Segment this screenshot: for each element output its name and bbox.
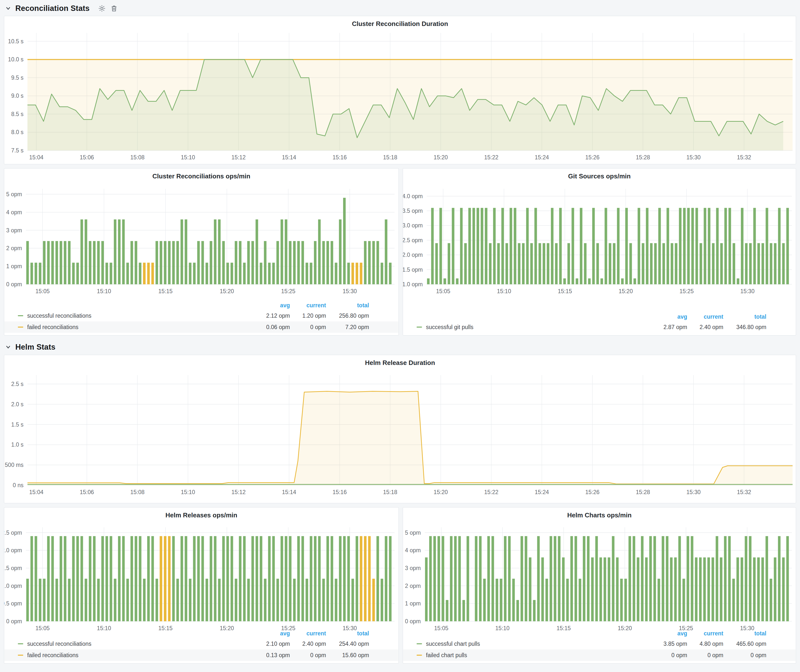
legend-stat-value: 1.20 opm <box>290 312 326 319</box>
legend-series-row[interactable]: failed reconciliations0.13 opm0 opm15.60… <box>5 650 398 661</box>
legend-series-row[interactable]: failed reconciliations0.06 opm0 opm7.20 … <box>5 322 398 333</box>
legend-cluster-reconciliations: avgcurrenttotalsuccessful reconciliation… <box>5 301 398 333</box>
panel-title[interactable]: Cluster Reconciliations ops/min <box>4 173 398 180</box>
chart-canvas-cluster-reconciliation-duration[interactable]: 15:0415:0615:0815:1015:1215:1415:1615:18… <box>4 16 796 164</box>
legend-stat-value: 4.80 opm <box>687 641 723 647</box>
legend-series-name[interactable]: failed chart pulls <box>417 652 648 659</box>
legend-series-row[interactable]: successful git pulls2.87 opm2.40 opm346.… <box>403 322 795 333</box>
legend-sort-total[interactable]: total <box>326 630 369 637</box>
y-tick-label: 4.0 opm <box>403 193 423 199</box>
y-tick-label: 10.0 s <box>8 56 24 62</box>
series-color-dash-icon <box>417 326 422 328</box>
legend-series-name[interactable]: successful reconciliations <box>18 641 250 647</box>
y-tick-label: 2.0 opm <box>4 547 22 554</box>
legend-series-name[interactable]: failed reconciliations <box>18 324 250 331</box>
x-tick-label: 15:10 <box>497 288 511 294</box>
plot-area[interactable] <box>26 527 395 621</box>
x-tick-label: 15:25 <box>680 288 694 294</box>
y-tick-label: 2.5 s <box>11 381 24 387</box>
y-tick-label: 8.0 s <box>11 129 24 135</box>
x-tick-label: 15:08 <box>130 489 145 495</box>
legend-sort-avg[interactable]: avg <box>648 314 687 320</box>
legend-stat-value: 0 opm <box>648 652 687 659</box>
legend-header: avgcurrenttotal <box>403 312 795 322</box>
series-color-dash-icon <box>18 643 23 644</box>
panel-title[interactable]: Git Sources ops/min <box>403 173 796 180</box>
chart-canvas-git-sources[interactable]: 15:0515:1015:1515:2015:2515:301.0 opm1.5… <box>403 168 796 335</box>
legend-stat-value: 0.06 opm <box>250 324 290 331</box>
x-tick-label: 15:28 <box>636 489 650 495</box>
legend-series-name[interactable]: failed reconciliations <box>18 652 250 659</box>
x-tick-label: 15:06 <box>80 154 94 161</box>
y-tick-label: 7.5 s <box>11 147 24 154</box>
panel-title[interactable]: Helm Releases ops/min <box>4 511 398 519</box>
panel-title[interactable]: Helm Charts ops/min <box>403 511 796 519</box>
legend-git-sources: avgcurrenttotalsuccessful git pulls2.87 … <box>403 312 795 333</box>
section-title: Helm Stats <box>15 343 55 352</box>
legend-header: avgcurrenttotal <box>5 629 398 638</box>
plot-area[interactable] <box>26 189 395 284</box>
series-color-dash-icon <box>417 655 422 656</box>
x-tick-label: 15:05 <box>436 288 450 294</box>
plot-area[interactable] <box>27 33 793 150</box>
section-header-helm-stats[interactable]: Helm Stats <box>0 336 800 355</box>
panel-title[interactable]: Helm Release Duration <box>4 359 796 367</box>
legend-series-name[interactable]: successful chart pulls <box>417 641 648 647</box>
x-tick-label: 15:24 <box>535 154 549 161</box>
legend-series-name[interactable]: successful git pulls <box>417 324 648 331</box>
plot-area[interactable] <box>427 189 792 284</box>
legend-stat-value: 254.40 opm <box>326 641 369 647</box>
x-tick-label: 15:05 <box>35 288 50 294</box>
chart-canvas-helm-release-duration[interactable]: 15:0415:0615:0815:1015:1215:1415:1615:18… <box>4 355 796 503</box>
series-color-dash-icon <box>18 655 23 656</box>
chevron-down-icon[interactable] <box>5 344 11 350</box>
legend-stat-value: 0 opm <box>723 652 766 659</box>
legend-sort-total[interactable]: total <box>326 302 369 309</box>
trash-icon[interactable] <box>110 5 118 12</box>
y-tick-label: 1.0 opm <box>403 281 423 288</box>
y-tick-label: 3 opm <box>6 227 22 234</box>
x-tick-label: 15:14 <box>282 489 296 495</box>
y-tick-label: 1.5 s <box>11 421 24 428</box>
legend-series-row[interactable]: successful reconciliations2.10 opm2.40 o… <box>5 638 398 650</box>
x-tick-label: 15:20 <box>434 489 448 495</box>
legend-series-row[interactable]: failed chart pulls0 opm0 opm0 opm <box>403 650 795 661</box>
y-tick-label: 3 opm <box>405 565 421 571</box>
legend-sort-avg[interactable]: avg <box>250 630 290 637</box>
legend-series-name[interactable]: successful reconciliations <box>18 312 250 319</box>
y-tick-label: 1 opm <box>6 263 22 269</box>
legend-sort-avg[interactable]: avg <box>250 302 290 309</box>
legend-sort-current[interactable]: current <box>687 630 723 637</box>
legend-sort-total[interactable]: total <box>723 314 766 320</box>
x-tick-label: 15:04 <box>29 154 43 161</box>
x-tick-label: 15:28 <box>636 154 650 161</box>
chevron-down-icon[interactable] <box>5 6 11 11</box>
x-tick-label: 15:26 <box>585 154 600 161</box>
x-tick-label: 15:15 <box>558 288 572 294</box>
series-color-dash-icon <box>417 643 422 644</box>
y-tick-label: 500 ms <box>5 462 24 468</box>
legend-series-row[interactable]: successful reconciliations2.12 opm1.20 o… <box>5 310 398 322</box>
gear-icon[interactable] <box>98 5 106 12</box>
panel-helm-charts-opm: Helm Charts ops/min 15:0515:1015:1515:20… <box>403 507 796 664</box>
legend-sort-total[interactable]: total <box>723 630 766 637</box>
section-header-reconciliation-stats[interactable]: Reconciliation Stats <box>0 0 800 16</box>
legend-sort-current[interactable]: current <box>687 314 723 320</box>
x-tick-label: 15:06 <box>80 489 94 495</box>
panel-helm-releases-opm: Helm Releases ops/min 15:0515:1015:1515:… <box>4 507 399 664</box>
x-tick-label: 15:16 <box>333 489 347 495</box>
legend-stat-value: 0 opm <box>290 324 326 331</box>
section-title: Reconciliation Stats <box>15 4 90 13</box>
legend-header: avgcurrenttotal <box>403 629 795 638</box>
legend-sort-current[interactable]: current <box>290 302 326 309</box>
legend-sort-current[interactable]: current <box>290 630 326 637</box>
legend-series-row[interactable]: successful chart pulls3.85 opm4.80 opm46… <box>403 638 795 650</box>
x-tick-label: 15:30 <box>686 154 701 161</box>
x-tick-label: 15:30 <box>741 288 755 294</box>
plot-area[interactable] <box>425 527 792 621</box>
plot-area[interactable] <box>27 375 793 485</box>
legend-sort-avg[interactable]: avg <box>648 630 687 637</box>
x-tick-label: 15:04 <box>29 489 43 495</box>
x-tick-label: 15:15 <box>158 288 173 294</box>
panel-title[interactable]: Cluster Reconciliation Duration <box>4 20 796 28</box>
